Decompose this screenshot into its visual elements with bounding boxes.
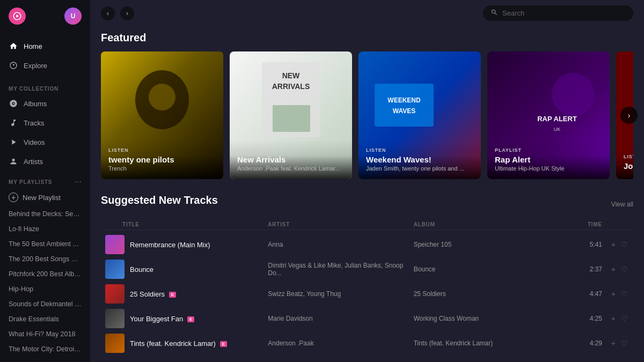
track-name-block-1: Remembrance (Main Mix) (130, 241, 210, 249)
forward-button[interactable]: › (120, 6, 134, 20)
sidebar-item-albums[interactable]: Albums (0, 94, 90, 113)
sidebar-item-artists[interactable]: Artists (0, 152, 90, 171)
table-row[interactable]: 25 Soldiers E Swizz Beatz, Young Thug 25… (101, 282, 633, 306)
like-button[interactable]: ♡ (620, 264, 629, 275)
card-title-5: John... (624, 161, 633, 171)
playlists-label: MY PLAYLISTS (9, 179, 52, 185)
add-to-playlist-button[interactable]: + (610, 313, 617, 324)
sidebar-item-home[interactable]: Home (0, 36, 90, 56)
track-name-4: Your Biggest Fan E (130, 315, 194, 323)
svg-text:ARRIVALS: ARRIVALS (272, 82, 310, 91)
featured-title: Featured (101, 32, 633, 44)
col-time: TIME (559, 221, 602, 227)
playlists-menu-button[interactable]: ··· (75, 178, 82, 186)
track-artist-2: Dimitri Vegas & Like Mike, Julian Banks,… (268, 262, 413, 277)
tracks-table: TITLE ARTIST ALBUM TIME Remembrance (Mai… (101, 219, 633, 356)
avatar[interactable]: U (64, 8, 82, 25)
add-to-playlist-button[interactable]: + (610, 239, 617, 250)
table-row[interactable]: Remembrance (Main Mix) Anna Speicher 105… (101, 232, 633, 257)
add-to-playlist-button[interactable]: + (610, 338, 617, 349)
table-row[interactable]: Bounce Dimitri Vegas & Like Mike, Julian… (101, 257, 633, 282)
track-info-2: Bounce (105, 260, 268, 279)
list-item[interactable]: The 200 Best Songs of the ... (0, 252, 90, 267)
list-item[interactable]: Hip-Hop (0, 282, 90, 297)
like-button[interactable]: ♡ (620, 338, 629, 349)
track-actions-5: + ♡ (602, 338, 629, 349)
svg-text:UK: UK (554, 127, 561, 132)
track-album-1: Speicher 105 (414, 241, 559, 248)
table-row[interactable]: Your Biggest Fan E Marie Davidson Workin… (101, 306, 633, 331)
sidebar-item-tracks[interactable]: Tracks (0, 113, 90, 132)
list-item[interactable]: The Motor City: Detroit Hou... (0, 342, 90, 357)
card-type-4: PLAYLIST (495, 147, 602, 153)
list-item[interactable]: What Hi-Fi? May 2018 (0, 327, 90, 342)
featured-card-2[interactable]: NEW ARRIVALS LISTEN New Arrivals Anderso… (230, 51, 352, 179)
carousel-next-button[interactable]: › (620, 107, 638, 124)
app-logo (9, 8, 26, 25)
featured-section: Featured (101, 32, 633, 179)
svg-point-14 (552, 73, 595, 116)
track-artist-5: Anderson .Paak (268, 339, 413, 347)
sidebar-header: U (0, 0, 90, 32)
featured-card-3[interactable]: WEEKEND WAVES LISTEN Weekend Waves! Jade… (358, 51, 481, 179)
list-item[interactable]: Pitchfork 200 Best Album... (0, 267, 90, 282)
card-title-2: New Arrivals (237, 155, 345, 164)
card-title-4: Rap Alert (495, 155, 602, 164)
track-actions-3: + ♡ (602, 289, 629, 299)
track-artist-1: Anna (268, 241, 413, 248)
new-playlist-button[interactable]: + New Playlist (0, 188, 90, 206)
list-item[interactable]: Behind the Decks: Seth Tro... (0, 206, 90, 221)
back-button[interactable]: ‹ (101, 6, 115, 20)
card-sub-3: Jaden Smith, twenty one pilots and ... (366, 165, 473, 172)
compass-icon (9, 61, 18, 70)
search-icon (491, 9, 498, 18)
list-item[interactable]: Sounds of Dekmantel Festi... (0, 297, 90, 312)
col-artist: ARTIST (268, 221, 413, 227)
track-artist-4: Marie Davidson (268, 315, 413, 322)
disc-icon (9, 99, 18, 108)
sidebar-home-label: Home (24, 42, 42, 50)
search-input[interactable] (502, 9, 626, 17)
featured-card-overlay-1: LISTEN twenty one pilots Trench (101, 140, 223, 179)
sidebar: U Home Explore MY COLLECTION Albums (0, 0, 90, 362)
tracks-view-all[interactable]: View all (611, 201, 633, 208)
add-to-playlist-button[interactable]: + (610, 264, 617, 275)
col-actions (602, 221, 629, 227)
card-sub-2: Anderson .Paak feat. Kendrick Lamar... (237, 165, 345, 172)
list-item[interactable]: Drake Essentials (0, 312, 90, 327)
top-bar: ‹ › (90, 0, 644, 26)
track-time-4: 4:25 (559, 315, 602, 322)
featured-carousel: LISTEN twenty one pilots Trench (101, 51, 633, 179)
like-button[interactable]: ♡ (620, 239, 629, 250)
featured-card-4[interactable]: RAP ALERT UK PLAYLIST Rap Alert Ultimate… (487, 51, 610, 179)
track-time-2: 2:37 (559, 265, 602, 273)
featured-card-overlay-3: LISTEN Weekend Waves! Jaden Smith, twent… (358, 140, 481, 179)
like-button[interactable]: ♡ (620, 313, 629, 324)
explicit-badge-3: E (169, 292, 176, 298)
table-row[interactable]: Tints (feat. Kendrick Lamar) E Anderson … (101, 331, 633, 356)
svg-point-0 (16, 15, 19, 18)
track-name-3: 25 Soldiers E (130, 290, 176, 298)
explicit-badge-4: E (187, 316, 194, 322)
like-button[interactable]: ♡ (620, 289, 629, 299)
sidebar-videos-label: Videos (24, 138, 45, 146)
card-sub-1: Trench (108, 165, 216, 172)
svg-text:WAVES: WAVES (393, 107, 415, 115)
collection-label: MY COLLECTION (0, 79, 90, 94)
list-item[interactable]: Lo-fi Haze (0, 221, 90, 237)
featured-card-1[interactable]: LISTEN twenty one pilots Trench (101, 51, 223, 179)
card-type-2: LISTEN (237, 147, 345, 153)
card-type-3: LISTEN (366, 147, 473, 153)
featured-card-overlay-5: LISTEN John... (616, 146, 633, 179)
sidebar-item-videos[interactable]: Videos (0, 132, 90, 152)
track-artist-3: Swizz Beatz, Young Thug (268, 290, 413, 298)
track-album-3: 25 Soldiers (414, 290, 559, 298)
sidebar-item-explore[interactable]: Explore (0, 56, 90, 75)
svg-text:WEEKEND: WEEKEND (387, 97, 421, 104)
track-time-5: 4:29 (559, 339, 602, 347)
add-icon: + (9, 193, 18, 202)
card-type-1: LISTEN (108, 147, 216, 153)
list-item[interactable]: The 50 Best Ambient Albu... (0, 237, 90, 252)
home-icon (9, 41, 18, 51)
add-to-playlist-button[interactable]: + (610, 289, 617, 299)
